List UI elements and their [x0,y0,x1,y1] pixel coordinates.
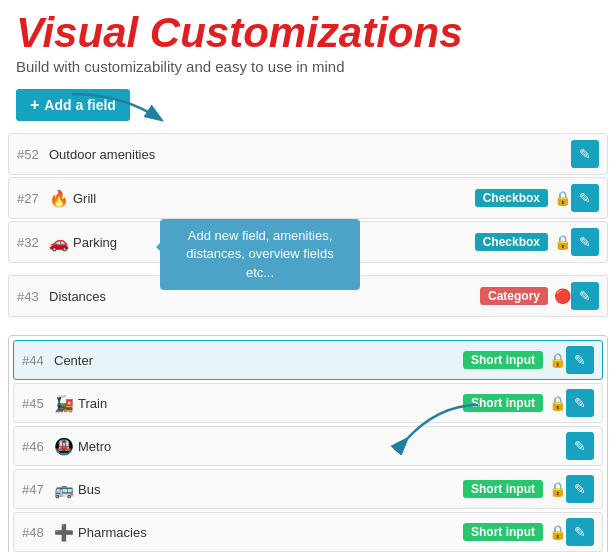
field-row-46: #46 🚇 Metro ✎ [13,426,603,466]
page-title: Visual Customizations [16,10,600,56]
field-row-44: #44 Center Short input 🔒 ✎ [13,340,603,380]
badge-checkbox-27: Checkbox [475,189,548,207]
field-row-47: #47 🚌 Bus Short input 🔒 ✎ [13,469,603,509]
field-num-47: #47 [22,482,54,497]
arrow2-icon [388,395,508,455]
field-name-48: Pharmacies [78,525,457,540]
arrow-icon [62,89,172,134]
page-subtitle: Build with customizability and easy to u… [16,58,600,75]
field-row-27: #27 🔥 Grill Checkbox 🔒 ✎ [8,177,608,219]
badge-category-43: Category [480,287,548,305]
bus-icon: 🚌 [54,480,74,499]
edit-button-46[interactable]: ✎ [566,432,594,460]
edit-button-47[interactable]: ✎ [566,475,594,503]
train-icon: 🚂 [54,394,74,413]
field-num-32: #32 [17,235,49,250]
car-icon: 🚗 [49,233,69,252]
badge-short-44: Short input [463,351,543,369]
field-num-44: #44 [22,353,54,368]
field-num-45: #45 [22,396,54,411]
plus-icon: + [30,96,39,114]
field-name-47: Bus [78,482,457,497]
field-name-43: Distances [49,289,474,304]
field-row-45: #45 🚂 Train Short input 🔒 ✎ [13,383,603,423]
field-name-52: Outdoor amenities [49,147,571,162]
edit-button-43[interactable]: ✎ [571,282,599,310]
page-header: Visual Customizations Build with customi… [0,0,616,81]
field-name-44: Center [54,353,457,368]
lock-icon-32: 🔒 [554,234,571,250]
field-num-43: #43 [17,289,49,304]
lock-icon-48: 🔒 [549,524,566,540]
field-row-52: #52 Outdoor amenities ✎ [8,133,608,175]
edit-button-44[interactable]: ✎ [566,346,594,374]
bottom-fields-group: #44 Center Short input 🔒 ✎ #45 🚂 Train S… [8,335,608,552]
edit-button-52[interactable]: ✎ [571,140,599,168]
lock-icon-27: 🔒 [554,190,571,206]
fire-icon: 🔥 [49,189,69,208]
edit-button-27[interactable]: ✎ [571,184,599,212]
lock-icon-44: 🔒 [549,352,566,368]
badge-short-48: Short input [463,523,543,541]
plus-green-icon: ➕ [54,523,74,542]
metro-icon: 🚇 [54,437,74,456]
field-num-52: #52 [17,147,49,162]
field-num-48: #48 [22,525,54,540]
field-num-46: #46 [22,439,54,454]
edit-button-48[interactable]: ✎ [566,518,594,546]
edit-button-32[interactable]: ✎ [571,228,599,256]
tooltip-add-field: Add new field, amenities, distances, ove… [160,219,360,290]
field-num-27: #27 [17,191,49,206]
lock-red-icon-43: 🔴 [554,288,571,304]
lock-icon-45: 🔒 [549,395,566,411]
badge-short-47: Short input [463,480,543,498]
field-row-48: #48 ➕ Pharmacies Short input 🔒 ✎ [13,512,603,552]
field-name-27: Grill [73,191,469,206]
edit-button-45[interactable]: ✎ [566,389,594,417]
badge-checkbox-32: Checkbox [475,233,548,251]
lock-icon-47: 🔒 [549,481,566,497]
